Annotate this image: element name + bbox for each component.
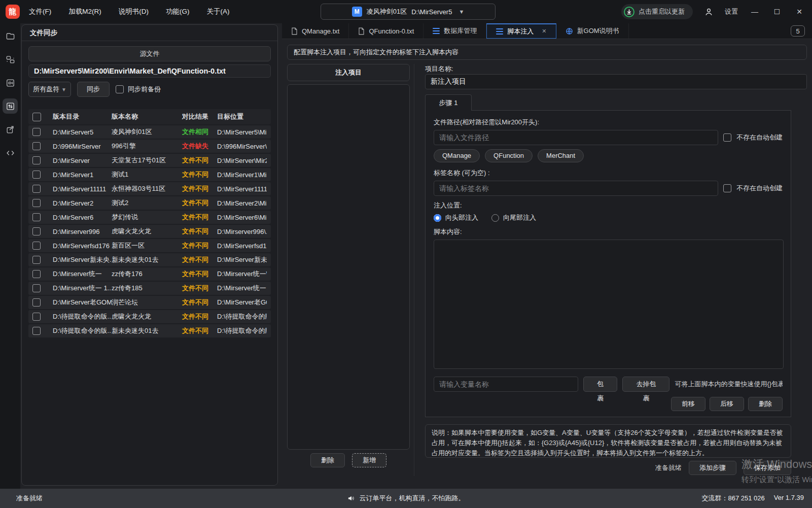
- table-row[interactable]: D:\MirServer新未央...新未央迷失01去文件不同D:\MirServ…: [28, 253, 271, 266]
- radio-inject-tail[interactable]: 向尾部注入: [491, 213, 536, 222]
- file-sync-nav-icon[interactable]: [3, 98, 18, 114]
- row-checkbox[interactable]: [32, 128, 41, 136]
- table-row[interactable]: D:\MirServer11111永恒神器03号11区文件不同D:\MirSer…: [28, 182, 271, 195]
- row-checkbox[interactable]: [32, 185, 41, 193]
- maximize-button[interactable]: ☐: [771, 8, 783, 16]
- menu-manual[interactable]: 说明书(D): [119, 7, 149, 16]
- table-row[interactable]: D:\Mirserver统一zz传奇176文件不同D:\Mirserver统一\…: [28, 267, 271, 281]
- row-checkbox[interactable]: [32, 213, 41, 221]
- tab-qmanage[interactable]: QManage.txt: [282, 23, 349, 39]
- row-checkbox[interactable]: [32, 171, 41, 179]
- tag-name-input[interactable]: [434, 181, 718, 196]
- files-nav-icon[interactable]: [3, 28, 18, 44]
- cell-result: 文件不同: [173, 213, 217, 222]
- settings-button[interactable]: 设置: [725, 7, 738, 16]
- source-file-button[interactable]: 源文件: [28, 46, 271, 61]
- add-step-button[interactable]: 添加步骤: [689, 461, 736, 475]
- cell-target: D:\待提取命令的版...: [217, 326, 267, 335]
- cell-result: 文件不同: [173, 156, 217, 165]
- table-row[interactable]: D:\待提取命令的版...虎啸火龙火龙文件不同D:\待提取命令的版...: [28, 310, 271, 323]
- add-project-button[interactable]: 新增: [352, 453, 386, 467]
- row-checkbox[interactable]: [32, 270, 41, 278]
- table-row[interactable]: D:\MirServerfsd176新百区一区文件不同D:\MirServerf…: [28, 239, 271, 252]
- table-row[interactable]: D:\MirServer老GOM润芒论坛文件不同D:\MirServer老GO.…: [28, 296, 271, 309]
- menu-load-m2[interactable]: 加载M2(R): [68, 7, 101, 16]
- row-checkbox[interactable]: [32, 142, 41, 150]
- minimize-button[interactable]: —: [749, 8, 760, 16]
- server-path: D:\MirServer5: [411, 8, 452, 16]
- cell-dir: D:\MirServer1: [53, 171, 112, 179]
- radio-inject-head[interactable]: 向头部注入: [434, 213, 478, 222]
- cell-name: zz传奇185: [112, 284, 173, 293]
- tab-qfunction[interactable]: QFunction-0.txt: [349, 23, 423, 39]
- quick-qfunction-button[interactable]: QFunction: [485, 149, 533, 162]
- qq-group-text: 交流群：867 251 026: [701, 494, 764, 503]
- title-bar: 龍 文件(F) 加载M2(R) 说明书(D) 功能(G) 关于(A) M 凌风神…: [0, 0, 812, 23]
- auto-create-checkbox-2[interactable]: [723, 184, 731, 192]
- table-row[interactable]: D:\Mirserver996虎啸火龙火龙文件不同D:\Mirserver996…: [28, 225, 271, 238]
- swap-sync-icon[interactable]: [3, 52, 18, 67]
- unwrap-button[interactable]: 去掉包裹: [622, 377, 669, 392]
- script-content-textarea[interactable]: [434, 240, 784, 369]
- table-row[interactable]: D:\MirServer2测试2文件不同D:\MirServer2\Mir...: [28, 196, 271, 210]
- delete-project-button[interactable]: 删除: [310, 453, 345, 467]
- row-checkbox[interactable]: [32, 227, 41, 235]
- tab-script-inject[interactable]: 脚本注入 ✕: [486, 23, 556, 39]
- sync-button[interactable]: 同步: [77, 82, 110, 97]
- backup-checkbox[interactable]: [116, 85, 124, 93]
- menu-functions[interactable]: 功能(G): [166, 7, 190, 16]
- table-row[interactable]: D:\MirServer6梦幻传说文件不同D:\MirServer6\Mir..…: [28, 211, 271, 224]
- wrap-button[interactable]: 包裹: [583, 377, 618, 392]
- table-row[interactable]: D:\MirServer5凌风神剑01区文件相同D:\MirServer5\Mi…: [28, 125, 271, 139]
- quick-merchant-button[interactable]: MerChant: [538, 149, 584, 162]
- row-checkbox[interactable]: [32, 298, 41, 307]
- step-tab[interactable]: 步骤 1: [425, 94, 472, 111]
- cell-target: D:\MirServer\Mir2...: [217, 157, 267, 164]
- log-viewer-icon[interactable]: [3, 75, 18, 90]
- row-checkbox[interactable]: [32, 242, 41, 250]
- project-name-label: 项目名称:: [425, 64, 453, 74]
- close-button[interactable]: ✕: [794, 8, 805, 16]
- tab-count-badge[interactable]: 5: [791, 25, 805, 37]
- row-checkbox[interactable]: [32, 256, 41, 264]
- row-checkbox[interactable]: [32, 327, 41, 335]
- drive-filter-dropdown[interactable]: 所有盘符 ▼: [28, 82, 71, 97]
- cell-name: 虎啸火龙火龙: [112, 312, 173, 321]
- auto-create-label-2: 不存在自动创建: [736, 184, 783, 193]
- row-checkbox[interactable]: [32, 284, 41, 292]
- export-share-icon[interactable]: [3, 122, 18, 137]
- menu-about[interactable]: 关于(A): [207, 7, 230, 16]
- move-backward-button[interactable]: 后移: [710, 397, 744, 411]
- select-all-checkbox[interactable]: [32, 113, 41, 121]
- tab-gom-manual[interactable]: 新GOM说明书: [556, 23, 629, 39]
- table-row[interactable]: D:\MirServer1测试1文件不同D:\MirServer1\Mir...: [28, 168, 271, 181]
- row-checkbox[interactable]: [32, 313, 41, 321]
- table-row[interactable]: D:\待提取命令的版...新未央迷失01去文件不同D:\待提取命令的版...: [28, 324, 271, 337]
- row-checkbox[interactable]: [32, 156, 41, 164]
- tab-close-icon[interactable]: ✕: [542, 28, 546, 35]
- menu-file[interactable]: 文件(F): [29, 7, 51, 16]
- vertical-splitter[interactable]: [414, 64, 414, 476]
- move-forward-button[interactable]: 前移: [671, 397, 705, 411]
- code-script-icon[interactable]: [3, 145, 18, 160]
- row-checkbox[interactable]: [32, 199, 41, 207]
- cell-result: 文件缺失: [173, 142, 217, 151]
- variable-name-input[interactable]: [434, 377, 578, 392]
- cell-result: 文件不同: [173, 170, 217, 179]
- user-icon[interactable]: [704, 7, 714, 17]
- server-selector[interactable]: M 凌风神剑01区 D:\MirServer5 ▼: [321, 4, 496, 20]
- table-row[interactable]: D:\MirServer天堂复古17号01区文件不同D:\MirServer\M…: [28, 154, 271, 167]
- cell-dir: D:\MirServer老GOM: [53, 298, 112, 307]
- auto-create-checkbox-1[interactable]: [723, 133, 731, 142]
- project-name-input[interactable]: [425, 74, 807, 89]
- table-row[interactable]: D:\Mirserver统一 1...zz传奇185文件不同D:\Mirserv…: [28, 282, 271, 295]
- table-row[interactable]: D:\996MirServer996引擎文件缺失D:\996MirServer\…: [28, 140, 271, 153]
- cell-name: 永恒神器03号11区: [112, 184, 173, 193]
- tab-database[interactable]: 数据库管理: [423, 23, 486, 39]
- restart-update-button[interactable]: 点击重启以更新: [621, 4, 693, 19]
- inject-project-list[interactable]: [287, 84, 410, 450]
- quick-qmanage-button[interactable]: QManage: [434, 149, 480, 162]
- file-path-input[interactable]: [434, 130, 718, 145]
- delete-step-button[interactable]: 删除: [748, 397, 783, 411]
- save-add-button[interactable]: 保存添加: [744, 461, 791, 475]
